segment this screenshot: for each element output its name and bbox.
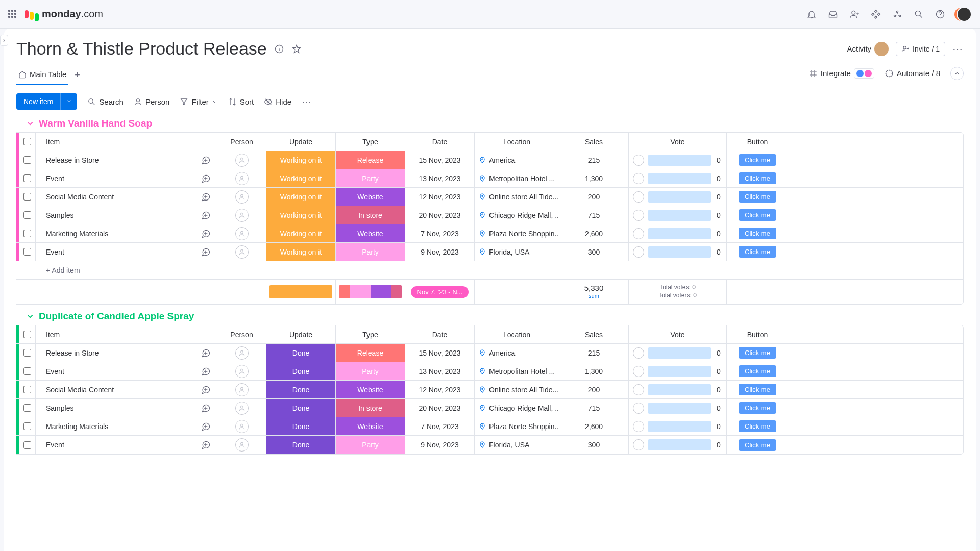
date-cell[interactable]: 7 Nov, 2023 — [405, 224, 475, 242]
sales-cell[interactable]: 200 — [559, 188, 629, 206]
status-cell[interactable]: Done — [266, 436, 336, 454]
click-me-button[interactable]: Click me — [739, 347, 776, 359]
column-location[interactable]: Location — [475, 325, 559, 343]
column-update[interactable]: Update — [266, 325, 336, 343]
person-cell[interactable] — [217, 206, 266, 224]
item-name-cell[interactable]: Social Media Content — [36, 188, 217, 206]
vote-cell[interactable]: 0 — [629, 344, 727, 362]
add-view-button[interactable]: + — [68, 66, 86, 85]
date-cell[interactable]: 9 Nov, 2023 — [405, 436, 475, 454]
location-cell[interactable]: Chicago Ridge Mall, ... — [475, 399, 559, 417]
click-me-button[interactable]: Click me — [739, 246, 776, 258]
activity-button[interactable]: Activity — [847, 42, 889, 56]
click-me-button[interactable]: Click me — [739, 384, 776, 395]
item-name-cell[interactable]: Samples — [36, 399, 217, 417]
click-me-button[interactable]: Click me — [739, 172, 776, 184]
new-item-dropdown[interactable] — [60, 93, 77, 110]
vote-cell[interactable]: 0 — [629, 169, 727, 187]
item-name-cell[interactable]: Event — [36, 362, 217, 380]
location-cell[interactable]: Metropolitan Hotel ... — [475, 169, 559, 187]
status-cell[interactable]: Done — [266, 362, 336, 380]
status-cell[interactable]: Done — [266, 344, 336, 362]
item-name-cell[interactable]: Event — [36, 436, 217, 454]
status-cell[interactable]: Done — [266, 417, 336, 435]
row-checkbox[interactable] — [23, 156, 31, 164]
date-cell[interactable]: 12 Nov, 2023 — [405, 381, 475, 398]
select-all-checkbox[interactable] — [23, 331, 31, 338]
vote-cell[interactable]: 0 — [629, 151, 727, 169]
location-cell[interactable]: Chicago Ridge Mall, ... — [475, 206, 559, 224]
sales-cell[interactable]: 200 — [559, 381, 629, 398]
click-me-button[interactable]: Click me — [739, 228, 776, 239]
inbox-icon[interactable] — [828, 9, 838, 19]
status-cell[interactable]: Working on it — [266, 206, 336, 224]
tab-main-table[interactable]: Main Table — [16, 66, 68, 85]
status-cell[interactable]: Working on it — [266, 169, 336, 187]
vote-cell[interactable]: 0 — [629, 224, 727, 242]
sales-cell[interactable]: 715 — [559, 399, 629, 417]
column-location[interactable]: Location — [475, 133, 559, 151]
group-header[interactable]: Warm Vanilla Hand Soap — [16, 118, 964, 129]
favorite-star-icon[interactable] — [291, 44, 302, 54]
person-cell[interactable] — [217, 362, 266, 380]
date-cell[interactable]: 7 Nov, 2023 — [405, 417, 475, 435]
search-button[interactable]: Search — [87, 97, 124, 106]
conversation-icon[interactable] — [201, 192, 211, 202]
row-checkbox[interactable] — [23, 367, 31, 375]
click-me-button[interactable]: Click me — [739, 209, 776, 221]
sales-cell[interactable]: 300 — [559, 243, 629, 261]
conversation-icon[interactable] — [201, 155, 211, 165]
sales-cell[interactable]: 2,600 — [559, 417, 629, 435]
toolbar-more-icon[interactable]: ⋯ — [302, 96, 312, 107]
person-cell[interactable] — [217, 344, 266, 362]
vote-cell[interactable]: 0 — [629, 399, 727, 417]
add-item-input[interactable]: + Add item — [36, 266, 217, 274]
date-cell[interactable]: 15 Nov, 2023 — [405, 344, 475, 362]
conversation-icon[interactable] — [201, 440, 211, 450]
user-avatar[interactable] — [957, 7, 972, 22]
integrate-button[interactable]: Integrate — [808, 68, 874, 79]
row-checkbox[interactable] — [23, 349, 31, 357]
location-cell[interactable]: Online store All Tide... — [475, 188, 559, 206]
column-type[interactable]: Type — [336, 133, 405, 151]
person-cell[interactable] — [217, 188, 266, 206]
conversation-icon[interactable] — [201, 403, 211, 413]
apps-menu-icon[interactable] — [8, 10, 17, 19]
person-cell[interactable] — [217, 417, 266, 435]
person-cell[interactable] — [217, 436, 266, 454]
row-checkbox[interactable] — [23, 174, 31, 182]
column-sales[interactable]: Sales — [559, 133, 629, 151]
apps-icon[interactable] — [871, 9, 881, 19]
location-cell[interactable]: Florida, USA — [475, 436, 559, 454]
column-button[interactable]: Button — [727, 325, 788, 343]
item-name-cell[interactable]: Event — [36, 243, 217, 261]
conversation-icon[interactable] — [201, 421, 211, 432]
sort-button[interactable]: Sort — [228, 97, 254, 106]
sales-cell[interactable]: 1,300 — [559, 362, 629, 380]
person-cell[interactable] — [217, 243, 266, 261]
click-me-button[interactable]: Click me — [739, 365, 776, 377]
person-cell[interactable] — [217, 151, 266, 169]
group-header[interactable]: Duplicate of Candied Apple Spray — [16, 311, 964, 322]
location-cell[interactable]: Online store All Tide... — [475, 381, 559, 398]
status-cell[interactable]: Done — [266, 381, 336, 398]
notifications-icon[interactable] — [806, 9, 817, 19]
item-name-cell[interactable]: Samples — [36, 206, 217, 224]
sales-cell[interactable]: 715 — [559, 206, 629, 224]
status-cell[interactable]: Working on it — [266, 188, 336, 206]
date-cell[interactable]: 12 Nov, 2023 — [405, 188, 475, 206]
column-item[interactable]: Item — [36, 325, 217, 343]
type-cell[interactable]: Release — [336, 151, 405, 169]
column-button[interactable]: Button — [727, 133, 788, 151]
conversation-icon[interactable] — [201, 366, 211, 377]
row-checkbox[interactable] — [23, 193, 31, 201]
automate-button[interactable]: Automate / 8 — [885, 69, 940, 78]
column-sales[interactable]: Sales — [559, 325, 629, 343]
date-range-pill[interactable]: Nov 7, '23 - N... — [411, 286, 469, 298]
conversation-icon[interactable] — [201, 385, 211, 395]
vote-cell[interactable]: 0 — [629, 381, 727, 398]
person-filter-button[interactable]: Person — [134, 97, 170, 106]
invite-members-icon[interactable] — [849, 9, 860, 19]
vote-cell[interactable]: 0 — [629, 206, 727, 224]
row-checkbox[interactable] — [23, 422, 31, 430]
